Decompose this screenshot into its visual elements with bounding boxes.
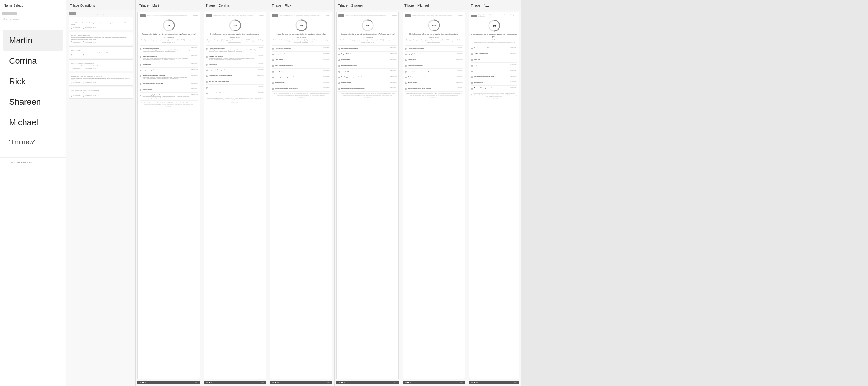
result-action-7[interactable]: LEARN MORE >: [390, 87, 397, 89]
sounds-like-btn-5[interactable]: SOUNDS LIKE ME: [70, 82, 81, 84]
result-item-4: Leveraging your retirement income plan L…: [206, 75, 264, 79]
result-action-2[interactable]: LEARN MORE >: [510, 59, 517, 60]
name-select-panel: Name Select Select your name Martin Corr…: [0, 0, 66, 386]
result-action-1[interactable]: LEARN MORE >: [324, 53, 330, 54]
result-action-3[interactable]: LEARN MORE >: [324, 64, 330, 66]
result-action-4[interactable]: LEARN MORE >: [324, 70, 330, 71]
result-item-4: Leveraging... LEARN MORE >: [471, 70, 517, 74]
result-action-2[interactable]: LEARN MORE >: [257, 63, 264, 64]
result-action-7[interactable]: LEARN MORE >: [456, 87, 463, 89]
sounds-like-btn-2[interactable]: SOUNDS LIKE ME: [70, 41, 81, 43]
doesnt-sound-btn-5[interactable]: DOESN'T SOUND LIKE ME: [83, 82, 96, 84]
result-dot-1: [405, 54, 407, 56]
result-action-1[interactable]: LEARN MORE >: [510, 53, 517, 54]
result-title-6: Monthly income: [143, 88, 190, 90]
result-action-1[interactable]: LEARN MORE >: [257, 56, 264, 57]
result-action-1[interactable]: LEARN MORE >: [390, 53, 397, 54]
panel-header-triage-michael: Triage – Michael: [401, 0, 467, 10]
result-action-2[interactable]: LEARN MORE >: [390, 59, 397, 60]
question-text-5: I'm confident I can create a retirement …: [70, 78, 131, 81]
result-action-3[interactable]: LEARN MORE >: [191, 69, 198, 70]
result-action-0[interactable]: LEARN MORE >: [390, 47, 397, 49]
result-action-6[interactable]: LEARN MORE >: [510, 82, 517, 83]
result-action-1[interactable]: LEARN MORE >: [456, 53, 463, 54]
result-action-4[interactable]: LEARN MORE >: [390, 70, 397, 71]
sounds-like-btn-3[interactable]: SOUNDS LIKE ME: [70, 54, 81, 56]
result-action-2[interactable]: LEARN MORE >: [324, 59, 330, 60]
result-item-5: How long your money needs to last LEARN …: [338, 76, 397, 80]
svg-text:1/8: 1/8: [366, 24, 370, 27]
result-item-1: Legacy & inheritance tax Receiving gifts…: [140, 56, 198, 62]
result-dot-4: [405, 71, 407, 73]
name-item-martin[interactable]: Martin: [3, 30, 63, 51]
result-action-6[interactable]: LEARN MORE >: [324, 82, 330, 83]
question-section-5: Leveraging your retirement income plan: [70, 76, 131, 77]
doesnt-sound-btn-3[interactable]: DOESN'T SOUND LIKE ME: [83, 54, 96, 56]
result-action-4[interactable]: LEARN MORE >: [257, 75, 264, 76]
sounds-like-btn-6[interactable]: SOUNDS LIKE ME: [70, 95, 81, 97]
result-action-7[interactable]: LEARN MORE >: [257, 92, 264, 93]
result-action-6[interactable]: LEARN MORE >: [390, 82, 397, 83]
result-action-2[interactable]: LEARN MORE >: [191, 63, 198, 64]
result-item-5: How long your money needs to last LEARN …: [272, 76, 330, 80]
result-action-4[interactable]: LEARN MORE >: [191, 75, 198, 76]
name-item-rick[interactable]: Rick: [3, 71, 63, 92]
question-section-2: Legacy & inheritance tax: [70, 35, 131, 36]
result-action-5[interactable]: LEARN MORE >: [390, 76, 397, 77]
result-action-6[interactable]: LEARN MORE >: [257, 86, 264, 87]
name-item-michael[interactable]: Michael: [3, 112, 63, 133]
doesnt-sound-btn-6[interactable]: DOESN'T SOUND LIKE ME: [83, 95, 96, 97]
result-action-2[interactable]: LEARN MORE >: [456, 59, 463, 60]
result-action-3[interactable]: LEARN MORE >: [257, 69, 264, 70]
doesnt-sound-btn-1[interactable]: DOESN'T SOUND LIKE ME: [83, 27, 96, 29]
doesnt-sound-btn-4[interactable]: DOESN'T SOUND LIKE ME: [83, 67, 96, 69]
sounds-like-btn-1[interactable]: SOUNDS LIKE ME: [70, 27, 81, 29]
name-item-shareen[interactable]: Shareen: [3, 92, 63, 112]
result-title-0: Pre-retirement accumulation: [474, 47, 509, 49]
result-action-3[interactable]: LEARN MORE >: [510, 64, 517, 65]
doesnt-sound-btn-2[interactable]: DOESN'T SOUND LIKE ME: [83, 41, 96, 43]
result-action-5[interactable]: LEARN MORE >: [257, 81, 264, 82]
result-title-7: Accommodating higher spend moments: [143, 94, 190, 96]
result-action-5[interactable]: LEARN MORE >: [510, 76, 517, 77]
result-action-3[interactable]: LEARN MORE >: [390, 64, 397, 66]
result-action-0[interactable]: LEARN MORE >: [456, 47, 463, 49]
result-title-2: Lump sum tax: [143, 63, 190, 65]
result-action-3[interactable]: LEARN MORE >: [456, 64, 463, 66]
result-action-4[interactable]: LEARN MORE >: [456, 70, 463, 71]
name-item-corrina[interactable]: Corrina: [3, 51, 63, 71]
name-item-new[interactable]: "I'm new": [3, 133, 63, 151]
question-block-1: Pre-retirement accumulation I'm content.…: [69, 17, 133, 30]
result-dot-0: [206, 48, 208, 50]
result-action-4[interactable]: LEARN MORE >: [510, 70, 517, 71]
result-dot-1: [471, 53, 473, 55]
sounds-like-btn-4[interactable]: SOUNDS LIKE ME: [70, 67, 81, 69]
result-action-5[interactable]: LEARN MORE >: [191, 83, 198, 84]
result-action-5[interactable]: LEARN MORE >: [456, 76, 463, 77]
result-desc-1: Receiving gifts or leaving a legacy is i…: [209, 58, 256, 60]
result-dot-4: [471, 70, 473, 72]
result-action-6[interactable]: LEARN MORE >: [456, 82, 463, 83]
result-title-7: Accommodating higher spend moments: [474, 87, 509, 89]
result-dot-5: [206, 81, 208, 83]
result-action-0[interactable]: LEARN MORE >: [191, 47, 198, 49]
result-action-7[interactable]: LEARN MORE >: [510, 87, 517, 88]
result-item-3: Lump sum tax implications LEARN MORE >: [405, 64, 463, 69]
result-desc-4: Not all assets are created equal in reti…: [143, 77, 190, 79]
panel-triage-corrina: Triage – Corrina Triage it v.4 years fro…: [202, 0, 268, 386]
result-action-1[interactable]: LEARN MORE >: [191, 56, 198, 57]
result-title-5: How long your money needs to last: [474, 76, 509, 77]
result-item-4: Leveraging your retirement income plan N…: [140, 75, 198, 81]
result-action-0[interactable]: LEARN MORE >: [324, 47, 330, 49]
result-dot-5: [140, 83, 141, 85]
result-action-7[interactable]: LEARN MORE >: [191, 94, 198, 95]
result-action-5[interactable]: LEARN MORE >: [324, 76, 330, 77]
result-title-3: Lump sum budget implications: [275, 64, 322, 66]
result-action-0[interactable]: LEARN MORE >: [510, 47, 517, 48]
footer-checkbox[interactable]: [5, 161, 8, 165]
result-action-7[interactable]: LEARN MORE >: [324, 87, 330, 89]
result-action-6[interactable]: LEARN MORE >: [191, 88, 198, 90]
result-action-0[interactable]: LEARN MORE >: [257, 47, 264, 49]
result-title-5: How long your money needs to last: [275, 76, 322, 78]
panel-title-triage-corrina: Triage – Corrina: [206, 4, 229, 7]
